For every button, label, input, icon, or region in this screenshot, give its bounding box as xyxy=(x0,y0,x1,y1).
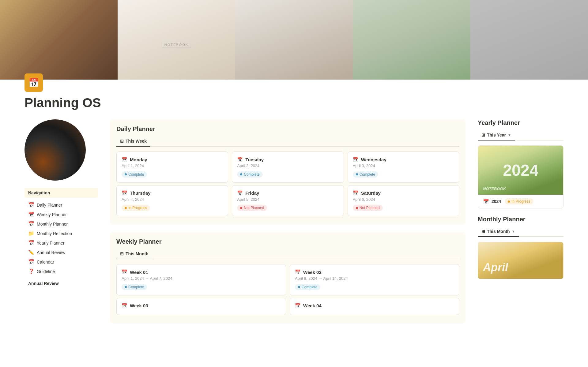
grid-icon-month-right: ⊞ xyxy=(481,229,485,234)
badge-week01: Complete xyxy=(122,284,147,290)
week-card-03[interactable]: 📅 Week 03 xyxy=(116,298,286,315)
daily-planner-section: Daily Planner ⊞ This Week 📅 Monday April… xyxy=(110,119,466,225)
annual-review-heading: Annual Review xyxy=(28,281,98,286)
sidebar: Navigation 📅 Daily Planner 📅 Weekly Plan… xyxy=(24,119,98,331)
day-card-friday[interactable]: 📅 Friday April 5, 2024 Not Planned xyxy=(232,185,344,216)
sidebar-item-calendar[interactable]: 📅 Calendar xyxy=(24,257,98,267)
sidebar-label-guideline: Guideline xyxy=(37,269,55,274)
header-img-3 xyxy=(235,0,353,80)
pencil-icon-annual: ✏️ xyxy=(28,249,34,255)
chevron-down-icon-year: ▼ xyxy=(508,133,511,137)
week-card-04[interactable]: 📅 Week 04 xyxy=(290,298,459,315)
sidebar-item-monthly-planner[interactable]: 📅 Monthly Planner xyxy=(24,219,98,229)
badge-thursday: In Progress xyxy=(122,205,150,211)
cal-icon-week04: 📅 xyxy=(295,303,301,309)
header-img-1 xyxy=(0,0,118,80)
grid-icon-week: ⊞ xyxy=(120,139,124,144)
question-icon: ❓ xyxy=(28,268,34,274)
header-img-5 xyxy=(470,0,588,80)
badge-friday: Not Planned xyxy=(237,205,267,211)
weekly-planner-tab-bar: ⊞ This Month xyxy=(116,249,459,259)
notebook-overlay: NOTEBOOK xyxy=(483,186,506,191)
sidebar-item-monthly-reflection[interactable]: 📁 Monthly Reflection xyxy=(24,229,98,238)
main-layout: Navigation 📅 Daily Planner 📅 Weekly Plan… xyxy=(0,119,588,331)
page-icon: 📅 xyxy=(24,73,43,92)
sidebar-item-annual-review[interactable]: ✏️ Annual Review xyxy=(24,248,98,257)
calendar-icon-weekly: 📅 xyxy=(28,212,34,217)
cal-icon-saturday: 📅 xyxy=(353,190,359,196)
folder-icon-reflection: 📁 xyxy=(28,230,34,236)
sidebar-item-guideline[interactable]: ❓ Guideline xyxy=(24,267,98,276)
cal-icon-monday: 📅 xyxy=(122,157,127,162)
header-img-4 xyxy=(353,0,470,80)
badge-tuesday: Complete xyxy=(237,171,262,178)
cal-icon-tuesday: 📅 xyxy=(237,157,243,162)
cal-icon-friday: 📅 xyxy=(237,190,243,196)
calendar-icon-monthly: 📅 xyxy=(28,221,34,227)
badge-week02: Complete xyxy=(295,284,320,290)
monthly-planner-tab-bar: ⊞ This Month ▼ xyxy=(478,227,564,237)
sidebar-label-monthly-reflection: Monthly Reflection xyxy=(37,231,72,236)
cal-icon-wednesday: 📅 xyxy=(353,157,359,162)
calendar-icon-cal: 📅 xyxy=(28,259,34,265)
day-card-saturday[interactable]: 📅 Saturday April 6, 2024 Not Planned xyxy=(348,185,459,216)
cal-icon-week02: 📅 xyxy=(295,269,301,275)
sidebar-label-calendar: Calendar xyxy=(37,260,54,264)
avatar-image xyxy=(24,119,86,181)
calendar-icon-yearly: 📅 xyxy=(28,240,34,246)
week-card-01[interactable]: 📅 Week 01 April 1, 2024 → April 7, 2024 … xyxy=(116,264,286,295)
day-card-monday[interactable]: 📅 Monday April 1, 2024 Complete xyxy=(116,152,228,183)
monthly-planner-section: Monthly Planner ⊞ This Month ▼ April xyxy=(478,216,564,279)
tab-this-month-right[interactable]: ⊞ This Month ▼ xyxy=(478,227,519,237)
sidebar-label-monthly-planner: Monthly Planner xyxy=(37,222,68,227)
badge-saturday: Not Planned xyxy=(353,205,383,211)
sidebar-label-weekly-planner: Weekly Planner xyxy=(37,212,67,217)
year-card-2024[interactable]: 2024 NOTEBOOK 📅 2024 In Progress xyxy=(478,145,564,208)
cal-icon-week03: 📅 xyxy=(122,303,127,309)
cal-icon-year: 📅 xyxy=(483,199,489,204)
page-title: Planning OS xyxy=(24,95,564,110)
day-card-tuesday[interactable]: 📅 Tuesday April 2, 2024 Complete xyxy=(232,152,344,183)
header-img-2: NOTEBOOK xyxy=(118,0,235,80)
badge-wednesday: Complete xyxy=(353,171,378,178)
content-right: Yearly Planner ⊞ This Year ▼ 2024 NOTEBO… xyxy=(478,119,564,331)
calendar-icon-daily: 📅 xyxy=(28,202,34,208)
day-card-thursday[interactable]: 📅 Thursday April 4, 2024 In Progress xyxy=(116,185,228,216)
grid-icon-year: ⊞ xyxy=(481,133,485,137)
sidebar-label-annual-review: Annual Review xyxy=(37,250,65,255)
chevron-down-icon-month: ▼ xyxy=(512,230,515,233)
badge-year: In Progress xyxy=(505,198,533,204)
sidebar-item-weekly-planner[interactable]: 📅 Weekly Planner xyxy=(24,210,98,219)
cal-icon-thursday: 📅 xyxy=(122,190,127,196)
yearly-planner-title: Yearly Planner xyxy=(478,119,564,126)
grid-icon-month: ⊞ xyxy=(120,251,124,256)
weekly-row-1: 📅 Week 01 April 1, 2024 → April 7, 2024 … xyxy=(116,264,459,295)
daily-row-2: 📅 Thursday April 4, 2024 In Progress 📅 F… xyxy=(116,185,459,216)
tab-this-month[interactable]: ⊞ This Month xyxy=(116,249,152,259)
sidebar-label-yearly-planner: Yearly Planner xyxy=(37,241,65,245)
weekly-row-2: 📅 Week 03 📅 Week 04 xyxy=(116,298,459,315)
day-card-wednesday[interactable]: 📅 Wednesday April 3, 2024 Complete xyxy=(348,152,459,183)
yearly-planner-tab-bar: ⊞ This Year ▼ xyxy=(478,130,564,140)
year-card-image: 2024 NOTEBOOK xyxy=(478,146,563,195)
week-card-02[interactable]: 📅 Week 02 April 8, 2024 → April 14, 2024… xyxy=(290,264,459,295)
daily-row-1: 📅 Monday April 1, 2024 Complete 📅 Tuesda… xyxy=(116,152,459,183)
sidebar-item-yearly-planner[interactable]: 📅 Yearly Planner xyxy=(24,238,98,248)
monthly-planner-title: Monthly Planner xyxy=(478,216,564,223)
tab-this-year[interactable]: ⊞ This Year ▼ xyxy=(478,130,515,140)
sidebar-label-daily-planner: Daily Planner xyxy=(37,203,62,208)
sidebar-nav: 📅 Daily Planner 📅 Weekly Planner 📅 Month… xyxy=(24,200,98,276)
daily-planner-title: Daily Planner xyxy=(116,125,459,133)
month-card-april[interactable]: April xyxy=(478,242,564,279)
page-icon-area: 📅 xyxy=(0,73,588,92)
tab-this-week[interactable]: ⊞ This Week xyxy=(116,136,150,147)
navigation-heading: Navigation xyxy=(24,188,98,198)
month-card-image: April xyxy=(478,242,563,279)
header-images: NOTEBOOK xyxy=(0,0,588,80)
weekly-planner-title: Weekly Planner xyxy=(116,238,459,245)
badge-monday: Complete xyxy=(122,171,147,178)
yearly-planner-section: Yearly Planner ⊞ This Year ▼ 2024 NOTEBO… xyxy=(478,119,564,208)
content-center: Daily Planner ⊞ This Week 📅 Monday April… xyxy=(110,119,466,331)
sidebar-item-daily-planner[interactable]: 📅 Daily Planner xyxy=(24,200,98,210)
daily-planner-tab-bar: ⊞ This Week xyxy=(116,136,459,147)
